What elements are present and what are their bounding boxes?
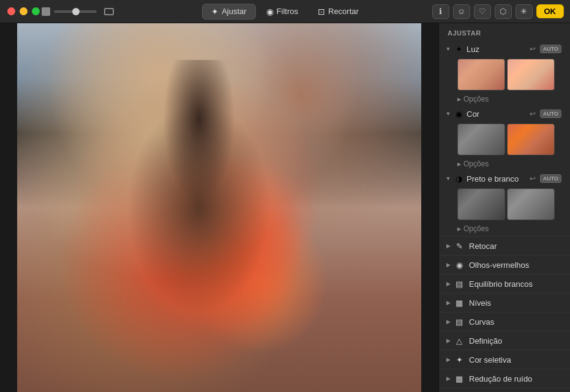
tab-filtros-label: Filtros (277, 7, 298, 16)
tools-button[interactable]: ✳ (516, 4, 533, 19)
info-button[interactable]: ℹ (432, 4, 449, 19)
luz-thumb-2[interactable] (507, 59, 555, 91)
ok-button[interactable]: OK (536, 4, 564, 18)
definicao-chevron-icon (445, 338, 451, 344)
curvas-icon: ▤ (454, 316, 465, 327)
equilibrio-label: Equilíbrio brancos (469, 279, 561, 289)
cor-seletiva-chevron-icon (445, 357, 451, 363)
cor-thumbnails (439, 121, 570, 158)
pb-options-chevron-icon: ▶ (457, 226, 461, 232)
section-reducao-ruido[interactable]: ▦ Redução de ruído (439, 369, 570, 388)
retocar-label: Retocar (469, 242, 561, 251)
pb-options-label: Opções (463, 224, 489, 233)
luz-thumb-2-img (508, 59, 554, 90)
curvas-chevron-icon (445, 319, 451, 325)
minimize-button[interactable] (20, 7, 28, 15)
sidebar: AJUSTAR ✦ Luz ↩ AUTO ▶ Opções (438, 23, 570, 392)
section-olhos-vermelhos[interactable]: ◉ Olhos-vermelhos (439, 255, 570, 274)
olhos-label: Olhos-vermelhos (469, 261, 561, 270)
tab-ajustar-label: Ajustar (222, 7, 246, 16)
cor-undo-icon[interactable]: ↩ (528, 109, 538, 119)
photo-canvas (17, 23, 421, 392)
pb-chevron-icon (445, 176, 451, 182)
section-cor-header[interactable]: ◉ Cor ↩ AUTO (439, 106, 570, 121)
pb-icon: ◑ (454, 174, 463, 183)
section-curvas[interactable]: ▤ Curvas (439, 312, 570, 331)
retocar-chevron-icon (445, 243, 451, 249)
curvas-label: Curvas (469, 317, 561, 327)
cor-thumb-1-img (458, 124, 504, 155)
olhos-chevron-icon (445, 262, 451, 268)
cor-thumb-1[interactable] (457, 124, 505, 155)
zoom-slider-group (42, 7, 114, 16)
cor-seletiva-label: Cor seletiva (469, 355, 561, 364)
pb-undo-icon[interactable]: ↩ (528, 174, 538, 183)
heart-button[interactable]: ♡ (474, 4, 491, 19)
luz-label: Luz (467, 45, 528, 54)
share-button[interactable]: ⬡ (495, 4, 512, 19)
pb-thumb-2[interactable] (507, 188, 555, 220)
cor-seletiva-icon: ✦ (454, 354, 465, 365)
luz-options[interactable]: ▶ Opções (439, 93, 570, 106)
luz-options-chevron-icon: ▶ (457, 97, 461, 102)
tab-recortar[interactable]: ⊡ Recortar (309, 4, 368, 20)
sidebar-title: AJUSTAR (439, 23, 570, 42)
section-retocar[interactable]: ✎ Retocar (439, 236, 570, 255)
tab-filtros[interactable]: ◉ Filtros (257, 4, 307, 20)
luz-actions: ↩ AUTO (528, 44, 561, 54)
screen-icon (104, 8, 114, 15)
section-niveis[interactable]: ▦ Níveis (439, 293, 570, 312)
close-button[interactable] (7, 7, 15, 15)
titlebar: ✦ Ajustar ◉ Filtros ⊡ Recortar ℹ ☺ ♡ ⬡ ✳… (0, 0, 570, 23)
pb-thumb-1[interactable] (457, 188, 505, 220)
section-definicao[interactable]: △ Definição (439, 331, 570, 350)
fullscreen-button[interactable] (32, 7, 40, 15)
tab-recortar-label: Recortar (328, 7, 359, 16)
luz-thumb-1-img (458, 59, 504, 90)
zoom-icon (42, 7, 50, 16)
luz-undo-icon[interactable]: ↩ (528, 44, 538, 54)
cor-chevron-icon (445, 111, 451, 117)
emoji-button[interactable]: ☺ (453, 4, 470, 19)
equilibrio-chevron-icon (445, 281, 451, 287)
ajustar-icon: ✦ (211, 7, 219, 17)
section-nitidez[interactable]: △ Nitidez (439, 388, 570, 392)
pb-auto-badge[interactable]: AUTO (540, 174, 561, 183)
section-luz-header[interactable]: ✦ Luz ↩ AUTO (439, 42, 570, 56)
niveis-icon: ▦ (454, 297, 465, 308)
recortar-icon: ⊡ (318, 7, 325, 17)
section-cor-seletiva[interactable]: ✦ Cor seletiva (439, 350, 570, 369)
toolbar-tabs: ✦ Ajustar ◉ Filtros ⊡ Recortar (202, 4, 368, 20)
traffic-lights (7, 7, 40, 15)
cor-options-label: Opções (463, 160, 489, 168)
cor-icon: ◉ (454, 109, 463, 119)
pb-thumb-2-img (508, 189, 554, 220)
toolbar-right: ℹ ☺ ♡ ⬡ ✳ OK (432, 4, 564, 19)
reducao-icon: ▦ (454, 373, 465, 384)
luz-icon: ✦ (454, 44, 463, 54)
reducao-chevron-icon (445, 375, 451, 382)
luz-thumb-1[interactable] (457, 59, 505, 91)
luz-thumbnails (439, 56, 570, 93)
cor-label: Cor (467, 109, 528, 119)
cor-actions: ↩ AUTO (528, 109, 561, 119)
section-pb-header[interactable]: ◑ Preto e branco ↩ AUTO (439, 171, 570, 186)
luz-auto-badge[interactable]: AUTO (540, 45, 561, 53)
cor-thumb-2[interactable] (507, 124, 555, 155)
reducao-label: Redução de ruído (469, 374, 561, 383)
definicao-icon: △ (454, 335, 465, 346)
zoom-slider[interactable] (54, 10, 97, 13)
niveis-chevron-icon (445, 300, 451, 306)
photo-area (0, 23, 438, 392)
olhos-icon: ◉ (454, 259, 465, 270)
definicao-label: Definição (469, 336, 561, 346)
pb-thumb-1-img (458, 189, 504, 220)
tab-ajustar[interactable]: ✦ Ajustar (202, 4, 255, 20)
cor-auto-badge[interactable]: AUTO (540, 109, 561, 118)
cor-thumb-2-img (508, 124, 554, 155)
pb-options[interactable]: ▶ Opções (439, 223, 570, 236)
section-equilibrio[interactable]: ▤ Equilíbrio brancos (439, 274, 570, 293)
luz-options-label: Opções (463, 95, 489, 103)
filtros-icon: ◉ (266, 7, 274, 17)
cor-options[interactable]: ▶ Opções (439, 158, 570, 171)
